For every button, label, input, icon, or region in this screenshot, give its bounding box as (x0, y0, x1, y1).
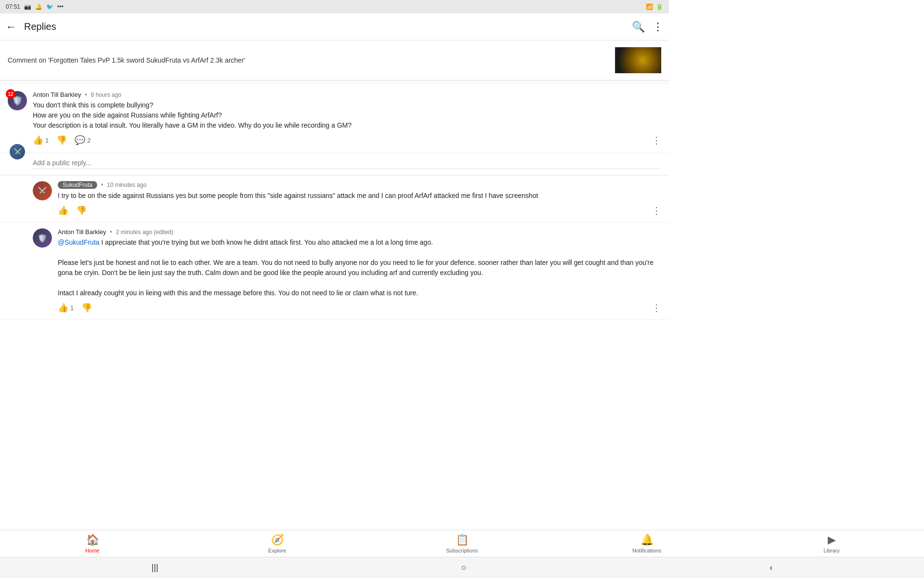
app-bar: ← Replies 🔍 ⋮ (0, 13, 669, 40)
thumbs-down-icon: 👎 (56, 136, 67, 144)
reply-input-row (0, 153, 669, 175)
reply-time-1: 10 minutes ago (107, 182, 146, 188)
like-count: 1 (45, 137, 49, 144)
reply-more-button-2[interactable]: ⋮ (652, 302, 661, 314)
like-button-1[interactable]: 👍 (58, 206, 68, 215)
reply-count-button[interactable]: 💬 2 (75, 136, 90, 144)
app-bar-right: 🔍 ⋮ (632, 21, 663, 33)
sub-avatar: ⚔️ (10, 144, 25, 159)
reply-count: 2 (87, 137, 90, 144)
dislike-button[interactable]: 👎 (56, 136, 67, 144)
more-status-icon: ••• (57, 3, 64, 10)
avatar-wrapper: 🛡️ 12 ⚔️ (8, 91, 27, 146)
reply-header-1: SukudFruta • 10 minutes ago (58, 181, 661, 189)
avatar-image-2: 🛡️ (33, 228, 52, 248)
reply-time-dot-1: • (101, 182, 103, 188)
like-button[interactable]: 👍 1 (33, 136, 49, 144)
status-right: 📶 🔋 (646, 3, 663, 10)
comment-time: • (85, 92, 87, 98)
main-comment: 🛡️ 12 ⚔️ Anton Till Barkley • 8 hours ag… (0, 84, 669, 153)
reply-input[interactable] (33, 157, 661, 169)
reply-more-button-1[interactable]: ⋮ (652, 205, 661, 216)
reply-header-2: Anton Till Barkley • 2 minutes ago (edit… (58, 228, 661, 236)
reply-text-1: I try to be on the side against Russians… (58, 191, 661, 201)
comment-time-value: 8 hours ago (91, 92, 121, 98)
reply-avatar-1: ⚔️ (33, 181, 52, 200)
reply-anton: 🛡️ Anton Till Barkley • 2 minutes ago (e… (0, 223, 669, 320)
comment-header: Anton Till Barkley • 8 hours ago (33, 91, 661, 98)
twitter-icon: 🐦 (46, 3, 53, 10)
like-button-2[interactable]: 👍 1 (58, 303, 74, 312)
status-left: 07:51 📷 🔔 🐦 ••• (6, 3, 64, 10)
comment-more-button[interactable]: ⋮ (652, 134, 661, 146)
dislike-button-2[interactable]: 👎 (81, 303, 92, 312)
reply-content-2: Anton Till Barkley • 2 minutes ago (edit… (58, 228, 661, 314)
battery-icon: 🔋 (656, 3, 663, 10)
divider (0, 80, 669, 84)
comment-banner-text: Comment on 'Forgotten Tales PvP 1.5k swo… (8, 56, 245, 64)
avatar-image-1: ⚔️ (33, 181, 52, 200)
reply-actions-2: 👍 1 👎 ⋮ (58, 302, 661, 314)
status-bar: 07:51 📷 🔔 🐦 ••• 📶 🔋 (0, 0, 669, 13)
camera-icon: 📷 (24, 3, 31, 10)
author-tag: SukudFruta (58, 181, 97, 189)
wifi-icon: 📶 (646, 3, 653, 10)
status-time: 07:51 (6, 3, 20, 10)
comment-text: You don't think this is complete bullyin… (33, 100, 661, 131)
comment-author: Anton Till Barkley (33, 91, 81, 98)
thumbs-down-icon-1: 👎 (76, 206, 87, 215)
more-menu-button[interactable]: ⋮ (653, 21, 663, 33)
page-title: Replies (24, 21, 56, 32)
search-button[interactable]: 🔍 (632, 21, 645, 33)
reply-text-2: @SukudFruta I appreciate that you're try… (58, 237, 661, 298)
thumbnail-image (615, 47, 661, 73)
reply-time-2: 2 minutes ago (edited) (116, 229, 173, 236)
reply-time-dot-2: • (110, 229, 112, 236)
content-area: Comment on 'Forgotten Tales PvP 1.5k swo… (0, 40, 669, 370)
dislike-button-1[interactable]: 👎 (76, 206, 87, 215)
reply-author-2: Anton Till Barkley (58, 228, 106, 236)
reply-sukudfruta: ⚔️ SukudFruta • 10 minutes ago I try to … (0, 175, 669, 223)
notification-badge: 12 (6, 89, 15, 99)
back-button[interactable]: ← (6, 21, 16, 33)
mention-link[interactable]: @SukudFruta (58, 238, 100, 246)
thumbs-up-icon-1: 👍 (58, 206, 68, 215)
reply-avatar-2: 🛡️ (33, 228, 52, 248)
thumbs-up-icon-2: 👍 (58, 303, 68, 312)
notification-icon: 🔔 (35, 3, 42, 10)
reply-actions-1: 👍 👎 ⋮ (58, 205, 661, 216)
comment-actions: 👍 1 👎 💬 2 ⋮ (33, 134, 661, 146)
thumbs-up-icon: 👍 (33, 136, 43, 144)
video-thumbnail[interactable] (615, 47, 661, 73)
comment-banner: Comment on 'Forgotten Tales PvP 1.5k swo… (0, 40, 669, 80)
app-bar-left: ← Replies (6, 21, 56, 33)
like-count-2: 1 (70, 304, 74, 312)
reply-content-1: SukudFruta • 10 minutes ago I try to be … (58, 181, 661, 216)
comment-icon: 💬 (75, 136, 85, 144)
thumbs-down-icon-2: 👎 (81, 303, 92, 312)
comment-content: Anton Till Barkley • 8 hours ago You don… (33, 91, 661, 146)
